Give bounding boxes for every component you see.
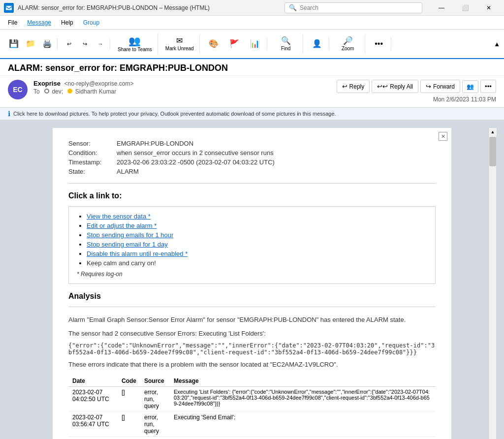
stop-1day-link[interactable]: Stop sending email for 1 day — [87, 241, 168, 248]
sender-avatar: EC — [8, 80, 28, 99]
dev-circle-icon — [44, 89, 49, 94]
share-teams-button[interactable]: 👥 Share to Teams — [114, 33, 156, 55]
ribbon-group-teams: 👥 Share to Teams — [112, 33, 158, 55]
reply-all-button[interactable]: ↩↩ Reply All — [372, 80, 418, 93]
condition-value: when sensor_error occurs in 2 consecutiv… — [117, 149, 274, 157]
sensor-row: Sensor: EMGRAPH:PUB-LONDON — [68, 140, 436, 147]
state-row: State: ALARM — [68, 168, 436, 175]
divider-1 — [68, 183, 436, 184]
list-item: View the sensor data * — [87, 213, 427, 220]
minimize-button[interactable]: — — [430, 0, 453, 16]
find-label: Find — [281, 46, 290, 51]
reply-all-label: Reply All — [390, 83, 413, 90]
ribbon-group-nav: ↩ ↪ → — [60, 39, 110, 49]
row1-message: Executing 'List Folders': {"error":{"cod… — [170, 386, 436, 411]
print-button[interactable]: 🖨️ — [39, 38, 55, 50]
find-icon: 🔍 — [281, 37, 291, 45]
col-code: Code — [118, 376, 140, 387]
menu-message[interactable]: Message — [23, 17, 55, 28]
menu-help[interactable]: Help — [57, 17, 77, 28]
mark-unread-label: Mark Unread — [165, 46, 194, 51]
state-value: ALARM — [117, 168, 139, 175]
ribbon-group-tags: 🎨 🚩 📊 — [202, 37, 267, 50]
privacy-notice[interactable]: ℹ Click here to download pictures. To he… — [0, 107, 504, 120]
reply-button[interactable]: ↩ Reply — [337, 80, 370, 93]
search-input[interactable] — [300, 4, 418, 11]
flag-button[interactable]: 🚩 — [224, 37, 244, 50]
scrollbar[interactable]: ▲ ▼ — [488, 128, 496, 439]
move-folder-button[interactable]: 📁 — [23, 38, 38, 50]
people-button[interactable]: 👤 — [307, 37, 327, 50]
flag-icon: 🚩 — [229, 40, 239, 48]
keep-calm-text: Keep calm and carry on! — [87, 259, 156, 267]
ribbon-group-zoom: 🔎 Zoom — [331, 34, 365, 54]
links-list: View the sensor data * Edit or adjust th… — [77, 213, 427, 267]
row1-code: [] — [118, 386, 140, 411]
email-body: ✕ Sensor: EMGRAPH:PUB-LONDON Condition: … — [53, 128, 451, 439]
list-item: Stop sending emails for 1 hour — [87, 231, 427, 239]
share-teams-label: Share to Teams — [118, 47, 152, 52]
more-icon: ••• — [375, 40, 383, 48]
more-actions-button[interactable]: ••• — [480, 80, 496, 93]
col-source: Source — [140, 376, 170, 387]
col-message: Message — [170, 376, 436, 387]
save-icon: 💾 — [9, 40, 19, 48]
scrollbar-thumb[interactable] — [489, 137, 496, 166]
window-controls: — ⬜ ✕ — [430, 0, 500, 16]
teams-share-button[interactable]: 👥 — [462, 80, 478, 93]
col-date: Date — [68, 376, 118, 387]
maximize-button[interactable]: ⬜ — [454, 0, 476, 16]
more-button[interactable]: ••• — [369, 37, 389, 50]
timestamp-row: Timestamp: 2023-02-06 23:03:22 -0500 (20… — [68, 158, 436, 166]
categories-button[interactable]: 📊 — [245, 37, 265, 50]
redo-button[interactable]: ↪ — [77, 39, 92, 49]
zoom-button[interactable]: 🔎 Zoom — [333, 34, 363, 54]
forward-nav-button[interactable]: → — [93, 39, 108, 49]
search-box[interactable]: 🔍 — [284, 2, 422, 13]
menu-group[interactable]: Group — [79, 17, 103, 28]
divider-2 — [68, 307, 436, 307]
to-label: To — [33, 88, 40, 95]
analysis-text-1: Alarm "Email Graph Sensor:Sensor Error A… — [68, 315, 436, 325]
tags-icon: 🎨 — [209, 40, 219, 48]
undo-button[interactable]: ↩ — [62, 39, 76, 49]
save-button[interactable]: 💾 — [6, 38, 22, 50]
table-row: 2023-02-07 04:02:50 UTC [] error, run, q… — [68, 386, 436, 411]
menu-file[interactable]: File — [4, 17, 21, 28]
teams-icon-small: 👥 — [467, 83, 474, 90]
ribbon-collapse-button[interactable]: ▲ — [494, 40, 500, 48]
action-buttons: ↩ Reply ↩↩ Reply All ↪ Forward 👥 ••• — [337, 80, 496, 93]
main-content: ✕ Sensor: EMGRAPH:PUB-LONDON Condition: … — [0, 120, 504, 439]
scroll-up-arrow[interactable]: ▲ — [489, 128, 497, 136]
row2-code: [] — [118, 411, 140, 437]
reply-icon: ↩ — [342, 83, 347, 90]
view-sensor-link[interactable]: View the sensor data * — [87, 213, 151, 220]
search-icon: 🔍 — [289, 4, 297, 11]
svg-rect-0 — [6, 5, 12, 10]
disable-alarm-link[interactable]: Disable this alarm until re-enabled * — [87, 250, 188, 257]
condition-row: Condition: when sensor_error occurs in 2… — [68, 149, 436, 157]
close-button[interactable]: ✕ — [477, 0, 500, 16]
table-row: 2023-02-07 03:56:47 UTC [] error, run, q… — [68, 411, 436, 437]
analysis-text-2: The sensor had 2 consecutive Sensor Erro… — [68, 329, 436, 339]
email-date: Mon 2/6/2023 11:03 PM — [433, 96, 496, 103]
sensor-label: Sensor: — [68, 140, 113, 147]
forward-button[interactable]: ↪ Forward — [420, 80, 460, 93]
zoom-icon: 🔎 — [343, 37, 353, 45]
row2-date: 2023-02-07 03:56:47 UTC — [68, 411, 118, 437]
mark-unread-button[interactable]: ✉ Mark Unread — [162, 34, 197, 54]
table-header-row: Date Code Source Message — [68, 376, 436, 387]
sidharth-circle-icon — [67, 89, 72, 94]
close-image-button[interactable]: ✕ — [439, 132, 447, 141]
ribbon: 💾 📁 🖨️ ↩ ↪ → 👥 Share to Teams ✉ Mark Unr… — [0, 30, 504, 59]
stop-1hr-link[interactable]: Stop sending emails for 1 hour — [87, 231, 173, 239]
tags-button[interactable]: 🎨 — [204, 37, 223, 50]
redo-icon: ↪ — [83, 41, 87, 47]
info-icon: ℹ — [8, 110, 10, 118]
edit-alarm-link[interactable]: Edit or adjust the alarm * — [87, 222, 157, 229]
title-bar: ALARM: sensor_error for: EMGRAPH:PUB-LON… — [0, 0, 504, 16]
print-icon: 🖨️ — [42, 40, 52, 48]
list-item: Keep calm and carry on! — [87, 259, 427, 267]
find-button[interactable]: 🔍 Find — [271, 34, 301, 54]
sender-name: Exoprise — [33, 80, 61, 87]
